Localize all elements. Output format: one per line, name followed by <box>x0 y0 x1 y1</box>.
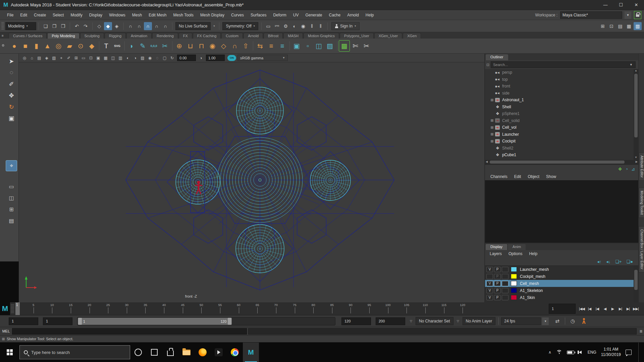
layer-menu-layers[interactable]: Layers <box>487 251 504 257</box>
current-frame-marker[interactable]: 1 <box>15 302 20 315</box>
play-forwards-button[interactable]: ▶ <box>609 305 616 313</box>
expand-icon[interactable]: ⊞ <box>490 98 494 102</box>
render-settings-icon[interactable]: ⚙ <box>282 22 290 30</box>
menu-generate[interactable]: Generate <box>302 11 325 19</box>
tool-settings-icon[interactable]: ⊡ <box>607 22 615 30</box>
cortana-button[interactable] <box>130 343 146 362</box>
outliner-vertical-scrollbar[interactable]: ▲▼ <box>634 69 638 160</box>
two-pane-layout-button[interactable]: ◫ <box>6 192 17 203</box>
snap-to-curve-icon[interactable]: ∩ <box>135 22 143 30</box>
step-forward-key-button[interactable]: ▶| <box>617 305 624 313</box>
layer-visibility-toggle[interactable]: V <box>486 295 493 300</box>
view-transform-selector[interactable]: sRGB gamma▼ <box>237 55 288 61</box>
task-view-button[interactable] <box>146 343 162 362</box>
play-backwards-button[interactable]: ◀ <box>601 305 608 313</box>
poly-cube-icon[interactable]: ■ <box>20 40 31 52</box>
shelf-tab-animation[interactable]: Animation <box>126 33 152 39</box>
poly-plane-icon[interactable]: ▰ <box>64 40 75 52</box>
shelf-tab-mash[interactable]: MASH <box>283 33 303 39</box>
menu-modify[interactable]: Modify <box>67 11 85 19</box>
range-start-handle[interactable] <box>78 318 82 325</box>
layer-editor-tab-anim[interactable]: Anim <box>508 244 526 250</box>
snap-to-point-icon[interactable]: ∩ <box>144 22 152 30</box>
menu-mesh-tools[interactable]: Mesh Tools <box>170 11 197 19</box>
shelf-tab-fx[interactable]: FX <box>179 33 192 39</box>
chevron-down-icon[interactable]: ▼ <box>625 11 631 19</box>
bridge-icon[interactable]: ∩ <box>229 40 240 52</box>
expand-icon[interactable]: ⊞ <box>490 125 494 130</box>
lock-camera-icon[interactable]: ⌂ <box>28 55 36 61</box>
gamma-field[interactable]: 1.00 <box>206 55 225 61</box>
layer-display-mode-toggle[interactable] <box>502 281 508 286</box>
separate-icon[interactable]: ⊓ <box>196 40 207 52</box>
show-manipulator-tool[interactable]: ⌖ <box>6 160 17 171</box>
menu-create[interactable]: Create <box>31 11 49 19</box>
new-layer-selected-icon[interactable]: ❏● <box>626 259 633 264</box>
poly-sphere-icon[interactable]: ● <box>9 40 20 52</box>
layer-playback-toggle[interactable]: P <box>494 274 501 279</box>
field-chart-icon[interactable]: ▦ <box>102 55 109 61</box>
outliner-item-psphere1[interactable]: ❖ pSphere1 <box>485 110 638 117</box>
channel-menu-show[interactable]: Show <box>543 174 559 180</box>
outliner-item-astronaut_1[interactable]: ⊞ ➔ Astronaut_1 <box>485 97 638 104</box>
filter-icon[interactable]: ⊡ <box>486 63 489 67</box>
combine-icon[interactable]: ⊔ <box>185 40 196 52</box>
chevron-down-icon[interactable]: ▽ <box>457 319 459 323</box>
edge-selection-icon[interactable]: ◫ <box>313 40 324 52</box>
outliner-item-side[interactable]: ■◄ side <box>485 90 638 97</box>
vertex-selection-icon[interactable]: ▫ <box>302 40 313 52</box>
make-live-icon[interactable]: ∩ <box>161 22 169 30</box>
shelf-tab-poly-modeling[interactable]: Poly Modeling <box>47 33 79 39</box>
poly-platonic-icon[interactable]: ◆ <box>86 40 97 52</box>
select-tool[interactable]: ➤ <box>6 56 17 67</box>
quad-draw-icon[interactable]: ✎ <box>137 40 148 52</box>
menu-edit[interactable]: Edit <box>17 11 30 19</box>
undo-icon[interactable]: ↶ <box>73 22 81 30</box>
chevron-down-icon[interactable]: ▾ <box>213 24 215 27</box>
wireframe-icon[interactable]: ◐ <box>124 55 131 61</box>
menu-mesh[interactable]: Mesh <box>129 11 145 19</box>
menu-help[interactable]: Help <box>363 11 377 19</box>
current-frame-field[interactable]: 1 <box>549 304 576 314</box>
channel-menu-edit[interactable]: Edit <box>512 174 524 180</box>
maximize-button[interactable]: ☐ <box>613 0 629 10</box>
chevron-down-icon[interactable]: ▽ <box>410 319 412 323</box>
shelf-tab-curves-surfaces[interactable]: Curves / Surfaces <box>9 33 47 39</box>
shelf-tab-sculpting[interactable]: Sculpting <box>80 33 104 39</box>
show-desktop-button[interactable] <box>638 343 641 362</box>
svg-tool-icon[interactable]: SVG <box>112 40 123 52</box>
bookmark-icon[interactable]: ◈ <box>43 55 50 61</box>
menu-windows[interactable]: Windows <box>106 11 128 19</box>
gear-icon[interactable]: ⚙ <box>2 44 5 47</box>
snap-to-grid-icon[interactable]: ∩ <box>126 22 135 30</box>
shelf-tab-rendering[interactable]: Rendering <box>152 33 178 39</box>
attribute-editor-icon[interactable]: ▤ <box>616 22 624 30</box>
extrude-icon[interactable]: ⇧ <box>240 40 251 52</box>
microsoft-store-button[interactable] <box>162 343 178 362</box>
layer-playback-toggle[interactable]: P <box>494 267 501 272</box>
action-center-icon[interactable] <box>626 350 632 355</box>
redo-icon[interactable]: ↷ <box>82 22 90 30</box>
expand-icon[interactable]: ⊞ <box>490 118 494 123</box>
layer-row-a1_skeleton[interactable]: V P A1_Skeleton <box>485 287 638 294</box>
layer-color-swatch[interactable] <box>511 288 517 293</box>
layer-menu-help[interactable]: Help <box>526 251 540 257</box>
modeling-toolkit-icon[interactable]: ▦ <box>625 22 633 30</box>
outliner-item-cell_vol[interactable]: ⊞ ➔ Cell_vol <box>485 124 638 131</box>
channel-box-icon[interactable]: ▥ <box>634 22 642 30</box>
exposure-field[interactable]: 0.00 <box>177 55 196 61</box>
chevron-down-icon[interactable]: ▼ <box>542 317 549 325</box>
layer-visibility-toggle[interactable]: V <box>486 281 493 286</box>
make-live-shelf-icon[interactable]: ▩ <box>339 40 350 52</box>
save-scene-icon[interactable]: ❒ <box>59 22 67 30</box>
layer-row-launcher_mesh[interactable]: V P Launcher_mesh <box>485 266 638 273</box>
poly-cone-icon[interactable]: ▲ <box>42 40 53 52</box>
layer-row-a1_skin[interactable]: V P A1_Skin <box>485 294 638 301</box>
render-view-icon[interactable]: ▭ <box>264 22 272 30</box>
shelf-tab-fx-caching[interactable]: FX Caching <box>193 33 221 39</box>
live-surface-field[interactable]: No Live Surface <box>175 22 211 30</box>
layer-playback-toggle[interactable]: P <box>494 295 501 300</box>
go-to-start-button[interactable]: |◀◀ <box>578 305 585 313</box>
ipr-render-icon[interactable]: IPR <box>273 22 281 30</box>
lasso-select-tool[interactable]: ◌ <box>6 67 17 78</box>
